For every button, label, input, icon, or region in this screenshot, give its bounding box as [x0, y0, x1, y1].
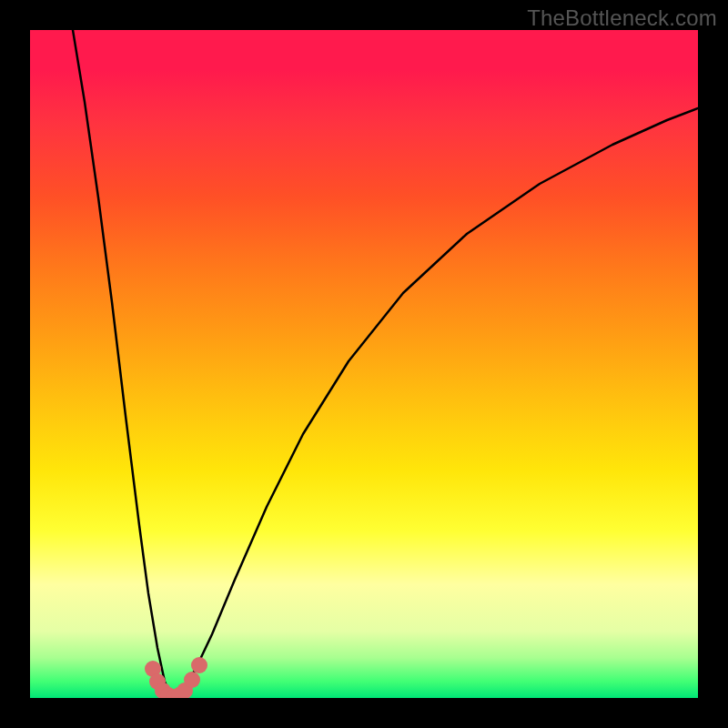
watermark-text: TheBottleneck.com	[527, 5, 717, 31]
marker-dot	[191, 657, 207, 673]
marker-group	[145, 657, 207, 698]
outer-frame: TheBottleneck.com	[0, 0, 728, 728]
chart-svg	[30, 30, 698, 698]
curve-group	[73, 30, 698, 698]
plot-area	[30, 30, 698, 698]
curve-left-branch	[73, 30, 174, 698]
curve-right-branch	[174, 108, 698, 698]
marker-dot	[184, 672, 200, 688]
